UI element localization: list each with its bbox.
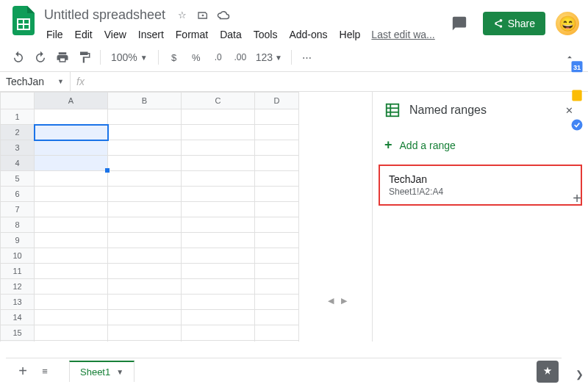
- keep-icon[interactable]: [570, 88, 584, 103]
- row-header[interactable]: 14: [1, 310, 35, 325]
- cell[interactable]: [182, 217, 255, 233]
- row-header[interactable]: 15: [1, 325, 35, 341]
- cell[interactable]: [182, 171, 255, 187]
- cell[interactable]: [108, 171, 182, 187]
- add-sheet-button[interactable]: +: [12, 361, 34, 383]
- share-button[interactable]: Share: [483, 12, 545, 35]
- currency-button[interactable]: $: [165, 48, 184, 67]
- cell[interactable]: [108, 248, 182, 264]
- cell[interactable]: [108, 341, 182, 342]
- cell[interactable]: [255, 171, 299, 187]
- cell[interactable]: [108, 187, 182, 202]
- cell[interactable]: [108, 325, 182, 341]
- cell[interactable]: [255, 202, 299, 217]
- move-icon[interactable]: [196, 9, 209, 22]
- cell[interactable]: [35, 187, 108, 202]
- row-header[interactable]: 10: [1, 248, 35, 264]
- menu-insert[interactable]: Insert: [133, 26, 169, 43]
- row-header[interactable]: 7: [1, 202, 35, 217]
- cell[interactable]: [35, 248, 108, 264]
- increase-decimal-button[interactable]: .00: [231, 48, 250, 67]
- add-addon-icon[interactable]: +: [570, 191, 584, 206]
- zoom-dropdown[interactable]: 100% ▼: [107, 51, 152, 63]
- menu-tools[interactable]: Tools: [248, 26, 283, 43]
- print-button[interactable]: [53, 48, 72, 67]
- cell[interactable]: [182, 248, 255, 264]
- cell[interactable]: [182, 125, 255, 140]
- row-header[interactable]: 2: [1, 125, 35, 140]
- menu-help[interactable]: Help: [334, 26, 366, 43]
- menu-view[interactable]: View: [99, 26, 132, 43]
- undo-button[interactable]: [9, 48, 28, 67]
- paint-format-button[interactable]: [75, 48, 94, 67]
- more-tools-button[interactable]: ⋯: [298, 48, 317, 67]
- row-header[interactable]: 6: [1, 187, 35, 202]
- cell[interactable]: [108, 264, 182, 279]
- cell[interactable]: [108, 295, 182, 310]
- menu-data[interactable]: Data: [215, 26, 247, 43]
- cell[interactable]: [108, 140, 182, 156]
- star-icon[interactable]: ☆: [176, 9, 189, 22]
- cell[interactable]: [108, 310, 182, 325]
- cell[interactable]: [255, 156, 299, 171]
- cell[interactable]: [35, 109, 108, 125]
- row-header[interactable]: 1: [1, 109, 35, 125]
- spreadsheet-grid[interactable]: A B C D 1 2 3 4 5 6 7 8 9 10 11 12 13 14…: [0, 92, 372, 342]
- tasks-icon[interactable]: [570, 118, 584, 132]
- cell[interactable]: [182, 295, 255, 310]
- row-header[interactable]: 9: [1, 233, 35, 248]
- sheet-tab[interactable]: Sheet1 ▼: [69, 361, 135, 382]
- cell[interactable]: [108, 233, 182, 248]
- cell[interactable]: [182, 187, 255, 202]
- name-box[interactable]: TechJan▼: [0, 72, 71, 91]
- scroll-left-icon[interactable]: ◀: [325, 295, 337, 306]
- cell[interactable]: [35, 202, 108, 217]
- named-range-item[interactable]: TechJan Sheet1!A2:A4: [379, 165, 582, 206]
- cell[interactable]: [35, 171, 108, 187]
- number-format-dropdown[interactable]: 123▼: [253, 51, 285, 63]
- cell[interactable]: [108, 202, 182, 217]
- cell[interactable]: [255, 295, 299, 310]
- cell[interactable]: [182, 279, 255, 295]
- cell[interactable]: [108, 217, 182, 233]
- cell[interactable]: [255, 140, 299, 156]
- doc-title[interactable]: Untitled spreadsheet: [41, 6, 168, 24]
- row-header[interactable]: 3: [1, 140, 35, 156]
- explore-button[interactable]: [537, 361, 559, 383]
- cloud-status-icon[interactable]: [217, 9, 230, 22]
- comments-button[interactable]: [446, 10, 473, 37]
- menu-addons[interactable]: Add-ons: [284, 26, 332, 43]
- cell[interactable]: [182, 156, 255, 171]
- account-avatar[interactable]: 😄: [556, 12, 579, 35]
- cell[interactable]: [255, 264, 299, 279]
- cell[interactable]: [108, 279, 182, 295]
- add-range-button[interactable]: + Add a range: [373, 129, 588, 162]
- cell[interactable]: [255, 325, 299, 341]
- calendar-icon[interactable]: 31: [570, 59, 584, 73]
- cell[interactable]: [182, 264, 255, 279]
- selection-handle[interactable]: [105, 168, 110, 173]
- cell[interactable]: [182, 140, 255, 156]
- cell[interactable]: [255, 233, 299, 248]
- cell-active[interactable]: [35, 125, 108, 140]
- menu-file[interactable]: File: [41, 26, 68, 43]
- cell[interactable]: [255, 248, 299, 264]
- cell[interactable]: [35, 295, 108, 310]
- cell[interactable]: [182, 202, 255, 217]
- cell[interactable]: [182, 310, 255, 325]
- col-header-d[interactable]: D: [255, 93, 299, 109]
- cell[interactable]: [35, 217, 108, 233]
- row-header[interactable]: 5: [1, 171, 35, 187]
- percent-button[interactable]: %: [187, 48, 206, 67]
- col-header-a[interactable]: A: [35, 93, 108, 109]
- cell[interactable]: [255, 310, 299, 325]
- cell[interactable]: [108, 156, 182, 171]
- row-header[interactable]: 8: [1, 217, 35, 233]
- expand-rail-icon[interactable]: ❯: [576, 369, 584, 380]
- row-header[interactable]: 4: [1, 156, 35, 171]
- row-header[interactable]: 16: [1, 341, 35, 342]
- all-sheets-button[interactable]: ≡: [34, 361, 56, 383]
- cell[interactable]: [35, 264, 108, 279]
- cell[interactable]: [108, 109, 182, 125]
- cell[interactable]: [182, 341, 255, 342]
